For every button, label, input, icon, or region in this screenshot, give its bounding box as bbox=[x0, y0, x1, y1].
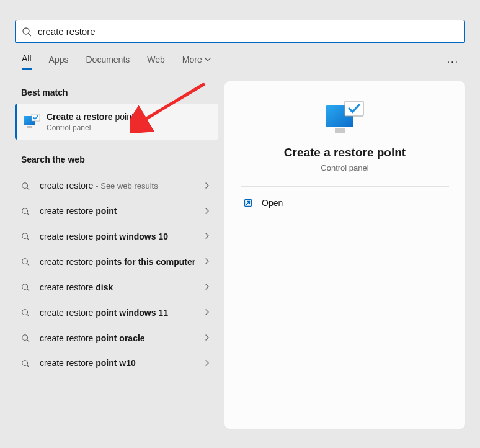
web-result-item[interactable]: create restore disk bbox=[15, 275, 218, 300]
svg-point-16 bbox=[22, 310, 28, 315]
tab-all[interactable]: All bbox=[22, 53, 32, 70]
search-box[interactable] bbox=[15, 20, 465, 43]
search-bar-container bbox=[0, 0, 480, 43]
svg-line-15 bbox=[27, 289, 29, 291]
svg-point-14 bbox=[22, 284, 28, 290]
svg-point-18 bbox=[22, 335, 28, 341]
web-result-label: create restore - See web results bbox=[40, 180, 203, 192]
svg-line-21 bbox=[27, 365, 29, 367]
chevron-down-icon bbox=[205, 56, 211, 63]
results-column: Best match Create a restore point Contro… bbox=[15, 81, 218, 376]
chevron-right-icon bbox=[203, 231, 212, 241]
web-result-label: create restore point windows 11 bbox=[40, 307, 203, 319]
preview-subtitle: Control panel bbox=[321, 163, 368, 172]
results-area: Best match Create a restore point Contro… bbox=[0, 70, 480, 444]
section-best-match: Best match bbox=[15, 81, 218, 104]
web-result-item[interactable]: create restore - See web results bbox=[15, 173, 218, 199]
best-match-title: Create a restore point bbox=[47, 111, 134, 122]
preview-panel: Create a restore point Control panel Ope… bbox=[224, 81, 465, 429]
chevron-right-icon bbox=[203, 207, 212, 217]
monitor-checkmark-icon-large bbox=[325, 101, 365, 135]
best-match-result[interactable]: Create a restore point Control panel bbox=[15, 104, 218, 140]
svg-line-1 bbox=[29, 34, 31, 36]
chevron-right-icon bbox=[203, 181, 212, 191]
svg-line-19 bbox=[27, 340, 29, 342]
svg-line-7 bbox=[27, 187, 29, 189]
best-match-subtitle: Control panel bbox=[47, 123, 134, 132]
preview-title: Create a restore point bbox=[284, 146, 406, 159]
search-input[interactable] bbox=[38, 26, 458, 37]
web-result-label: create restore points for this computer bbox=[40, 256, 203, 268]
web-result-item[interactable]: create restore point windows 10 bbox=[15, 224, 218, 249]
tab-documents[interactable]: Documents bbox=[86, 55, 130, 69]
search-window: All Apps Documents Web More ··· Best mat… bbox=[0, 0, 480, 448]
web-result-label: create restore disk bbox=[40, 282, 203, 293]
chevron-right-icon bbox=[203, 333, 212, 343]
web-result-label: create restore point windows 10 bbox=[40, 231, 203, 243]
svg-line-9 bbox=[27, 213, 29, 215]
search-icon bbox=[21, 283, 31, 292]
search-icon bbox=[21, 232, 31, 241]
web-result-item[interactable]: create restore points for this computer bbox=[15, 249, 218, 275]
tab-web[interactable]: Web bbox=[147, 55, 165, 69]
svg-point-6 bbox=[22, 182, 28, 188]
web-result-item[interactable]: create restore point windows 11 bbox=[15, 300, 218, 326]
chevron-right-icon bbox=[203, 257, 212, 267]
search-icon bbox=[21, 207, 31, 216]
search-icon bbox=[21, 308, 31, 317]
monitor-checkmark-icon bbox=[23, 114, 40, 129]
svg-point-12 bbox=[22, 259, 28, 264]
tab-more-label: More bbox=[182, 55, 202, 65]
search-icon bbox=[21, 359, 31, 368]
search-icon bbox=[21, 334, 31, 343]
web-result-label: create restore point oracle bbox=[40, 333, 203, 344]
chevron-right-icon bbox=[203, 359, 212, 369]
search-icon bbox=[21, 182, 31, 190]
svg-rect-24 bbox=[345, 101, 363, 116]
svg-line-17 bbox=[27, 315, 29, 316]
svg-point-20 bbox=[22, 361, 28, 366]
best-match-text: Create a restore point Control panel bbox=[47, 111, 134, 132]
filter-tabs: All Apps Documents Web More ··· bbox=[0, 43, 480, 70]
web-result-label: create restore point bbox=[40, 205, 203, 217]
svg-point-10 bbox=[22, 233, 28, 239]
web-result-item[interactable]: create restore point bbox=[15, 199, 218, 224]
chevron-right-icon bbox=[203, 282, 212, 292]
search-icon bbox=[22, 27, 32, 37]
search-icon bbox=[21, 258, 31, 266]
svg-rect-23 bbox=[335, 128, 345, 133]
tab-apps[interactable]: Apps bbox=[49, 55, 69, 69]
chevron-right-icon bbox=[203, 308, 212, 318]
web-result-item[interactable]: create restore point w10 bbox=[15, 351, 218, 376]
svg-line-13 bbox=[27, 264, 29, 266]
open-external-icon bbox=[243, 198, 253, 208]
svg-line-11 bbox=[27, 238, 29, 240]
svg-point-8 bbox=[22, 208, 28, 213]
open-label: Open bbox=[262, 198, 283, 208]
section-search-web: Search the web bbox=[15, 148, 218, 171]
web-result-item[interactable]: create restore point oracle bbox=[15, 326, 218, 351]
overflow-menu-button[interactable]: ··· bbox=[445, 54, 461, 70]
web-result-label: create restore point w10 bbox=[40, 357, 203, 369]
svg-rect-4 bbox=[27, 126, 32, 128]
web-results-list: create restore - See web resultscreate r… bbox=[15, 173, 218, 376]
tab-more[interactable]: More bbox=[182, 55, 211, 69]
svg-point-0 bbox=[23, 28, 29, 34]
open-action[interactable]: Open bbox=[241, 187, 449, 219]
